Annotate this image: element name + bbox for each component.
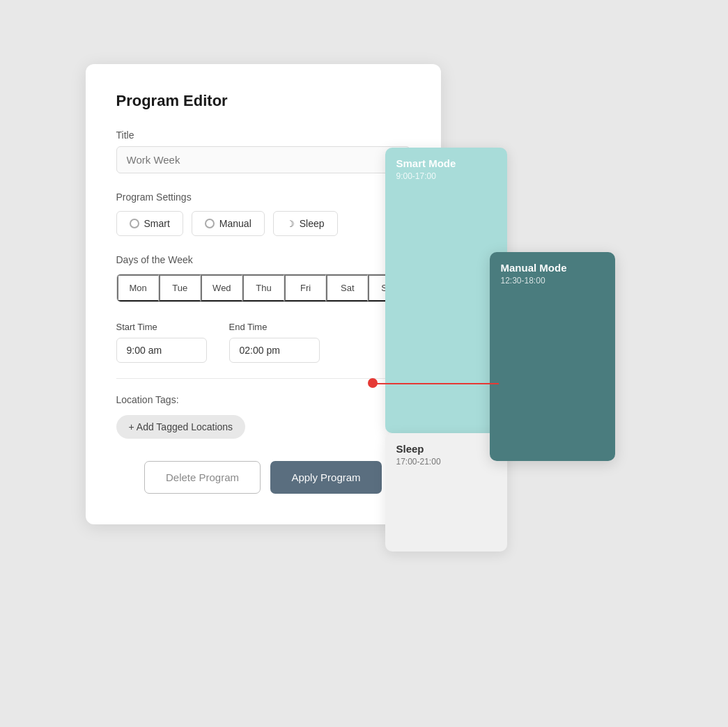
days-label: Days of the Week [116,254,410,265]
smart-mode-card: Smart Mode 9:00-17:00 [385,148,507,433]
end-time-label: End Time [229,322,320,332]
title-input[interactable] [116,146,410,173]
apply-program-button[interactable]: Apply Program [270,461,382,494]
day-tue[interactable]: Tue [159,274,201,302]
days-row: Mon Tue Wed Thu Fri Sat Sun [116,274,410,302]
smart-mode-title: Smart Mode [396,157,496,169]
manual-icon [205,219,215,228]
time-slider-line [370,383,499,384]
day-thu[interactable]: Thu [242,274,284,302]
day-sat[interactable]: Sat [326,274,368,302]
program-settings-label: Program Settings [116,191,410,203]
start-time-field: Start Time 9:00 am [116,322,207,363]
time-section: Start Time 9:00 am End Time 02:00 pm [116,322,410,363]
sleep-mode-time: 17:00-21:00 [396,457,496,467]
manual-button[interactable]: Manual [192,211,265,236]
location-tags-label: Location Tags: [116,394,410,405]
manual-mode-title: Manual Mode [501,262,604,274]
page-title: Program Editor [116,92,410,110]
day-mon[interactable]: Mon [117,274,159,302]
sleep-mode-title: Sleep [396,443,496,455]
smart-mode-time: 9:00-17:00 [396,171,496,181]
smart-button[interactable]: Smart [116,211,183,236]
day-wed[interactable]: Wed [201,274,242,302]
end-time-field: End Time 02:00 pm [229,322,320,363]
time-slider-dot[interactable] [368,378,378,388]
delete-program-button[interactable]: Delete Program [144,461,261,494]
divider [116,378,410,379]
end-time-value[interactable]: 02:00 pm [229,338,320,363]
footer-buttons: Delete Program Apply Program [116,461,410,494]
add-tagged-locations-button[interactable]: + Add Tagged Locations [116,415,246,439]
smart-icon [130,219,139,228]
sleep-button[interactable]: ☽ Sleep [273,211,338,236]
start-time-value[interactable]: 9:00 am [116,338,207,363]
manual-label: Manual [219,218,251,229]
sleep-icon: ☽ [286,219,295,229]
manual-mode-card: Manual Mode 12:30-18:00 [490,252,615,461]
program-settings-group: Smart Manual ☽ Sleep [116,211,410,236]
start-time-label: Start Time [116,322,207,332]
title-label: Title [116,130,410,141]
sleep-label: Sleep [300,218,325,229]
day-fri[interactable]: Fri [284,274,326,302]
smart-label: Smart [144,218,170,229]
manual-mode-time: 12:30-18:00 [501,276,604,286]
sleep-mode-card: Sleep 17:00-21:00 [385,433,507,552]
